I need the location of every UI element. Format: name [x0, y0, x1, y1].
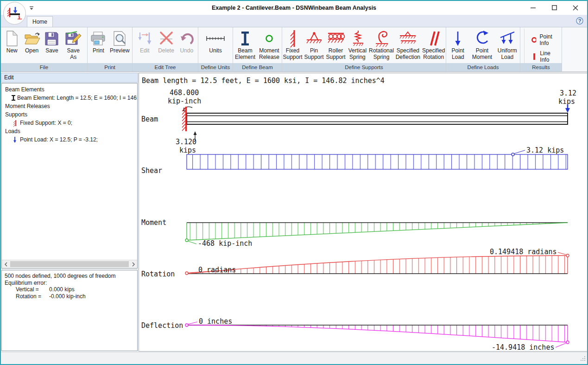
- minimize-button[interactable]: [522, 1, 544, 14]
- uniform-load-button[interactable]: Uniform Load: [495, 29, 519, 61]
- print-preview-icon: [113, 31, 127, 46]
- close-icon: [573, 5, 578, 11]
- pin-support-button[interactable]: Pin Support: [303, 29, 325, 61]
- ribbon: New Open Save Save As File: [1, 27, 587, 72]
- vertical-spring-icon: [350, 30, 364, 47]
- point-moment-button[interactable]: Point Moment: [470, 29, 495, 61]
- deflection-right-callout: -14.9418 inches: [492, 343, 554, 351]
- title-bar: Example 2 - Cantilever.Beam - DSNWinbeam…: [1, 1, 587, 15]
- quick-access-dropdown[interactable]: [29, 5, 34, 10]
- new-document-icon: [5, 30, 19, 47]
- app-logo: [3, 2, 26, 25]
- beam-outline: [187, 113, 568, 124]
- tree-item-fixed-support[interactable]: Fixed Support: X = 0;: [2, 119, 137, 127]
- open-button[interactable]: Open: [23, 29, 41, 55]
- tree-item-point-load[interactable]: Point Load: X = 12.5; P = -3.12;: [2, 135, 137, 144]
- moment-reaction-arrow: [183, 107, 192, 111]
- save-icon: [44, 32, 59, 46]
- ribbon-group-define-supports: Fixed Support Pin Support Roller Support…: [282, 27, 446, 71]
- help-button[interactable]: ?: [576, 17, 583, 26]
- beam-section-label: Beam: [141, 115, 158, 123]
- ruler-icon: [205, 35, 226, 42]
- quick-access-caret-icon: [29, 6, 34, 11]
- resize-grip[interactable]: [580, 355, 586, 363]
- group-label-results: Results: [520, 63, 562, 71]
- fixed-support-button[interactable]: Fixed Support: [282, 29, 303, 61]
- moment-release-button[interactable]: Moment Release: [257, 29, 281, 61]
- delete-button[interactable]: Delete: [157, 29, 176, 55]
- tab-home[interactable]: Home: [27, 16, 53, 27]
- applied-load-unit: kips: [558, 97, 575, 106]
- ribbon-group-define-units: Units Define Units: [198, 27, 233, 71]
- tree-item-beam-elements[interactable]: Beam Elements: [2, 85, 137, 94]
- fixed-support-icon: [288, 29, 297, 48]
- rotation-diagram-fill: [187, 256, 568, 274]
- save-button[interactable]: Save: [44, 29, 59, 55]
- group-label-define-loads: Define Loads: [446, 63, 520, 71]
- undo-arrow-icon: [179, 31, 194, 46]
- print-button[interactable]: Print: [89, 29, 107, 55]
- tree-item-loads[interactable]: Loads: [2, 127, 137, 135]
- reaction-unit: kips: [179, 146, 196, 154]
- maximize-button[interactable]: [544, 1, 565, 14]
- fixed-end-moment-unit: kip-inch: [168, 97, 201, 105]
- svg-text:?: ?: [578, 18, 582, 24]
- roller-support-button[interactable]: Roller Support: [325, 29, 347, 61]
- group-label-define-beam: Define Beam: [233, 63, 282, 71]
- group-label-define-supports: Define Supports: [282, 63, 446, 71]
- rotation-section-label: Rotation: [141, 270, 175, 278]
- tree-item-beam-element[interactable]: Beam Element: Length = 12.5; E = 1600; I…: [2, 94, 137, 102]
- scroll-left-button[interactable]: [2, 260, 10, 268]
- scroll-right-button[interactable]: [129, 260, 137, 268]
- moment-section-label: Moment: [141, 218, 166, 227]
- reaction-arrowhead: [194, 131, 197, 135]
- preview-button[interactable]: Preview: [109, 29, 130, 55]
- reaction-value: 3.120: [176, 138, 196, 146]
- chevron-left-icon: [4, 262, 8, 267]
- edit-button[interactable]: Edit: [136, 29, 153, 55]
- specified-rotation-button[interactable]: Specified Rotation: [421, 29, 446, 61]
- specified-rotation-icon: [427, 30, 440, 47]
- tab-row: Home ?: [1, 15, 587, 27]
- vertical-spring-button[interactable]: Vertical Spring: [347, 29, 368, 61]
- fixed-end-moment-value: 468.000: [170, 89, 199, 97]
- moment-callout-marker: [185, 239, 188, 242]
- deflection-right-marker: [566, 341, 569, 344]
- window-title: Example 2 - Cantilever.Beam - DSNWinbeam…: [1, 1, 587, 15]
- group-label-file: File: [1, 63, 87, 71]
- ribbon-group-edit-tree: Edit Delete Undo Edit Tree: [133, 27, 198, 71]
- rotation-right-marker: [566, 254, 569, 257]
- line-info-icon: [531, 53, 537, 60]
- units-button[interactable]: Units: [205, 29, 226, 55]
- ribbon-group-define-loads: Point Load Point Moment Uniform Load Def…: [446, 27, 520, 71]
- window-controls: [522, 1, 586, 14]
- cantilever-beam-icon: [6, 5, 24, 22]
- release-circle-icon: [265, 34, 274, 43]
- rotation-left-marker: [185, 272, 188, 275]
- point-info-button[interactable]: Point Info: [531, 33, 559, 46]
- rotational-spring-button[interactable]: Rotational Spring: [368, 29, 394, 61]
- beam-element-button[interactable]: Beam Element: [234, 29, 257, 61]
- undo-button[interactable]: Undo: [179, 29, 195, 55]
- analysis-status-panel: 500 nodes defined, 1000 degrees of freed…: [1, 270, 138, 351]
- fixed-support-icon: [11, 120, 19, 127]
- line-info-button[interactable]: Line Info: [531, 50, 559, 63]
- tree-item-supports[interactable]: Supports: [2, 110, 137, 119]
- rotation-left-callout: 0 radians: [198, 266, 236, 274]
- rotation-right-leader: [558, 252, 566, 255]
- scrollbar-thumb[interactable]: [10, 261, 129, 267]
- deflection-section-label: Deflection: [141, 321, 183, 330]
- specified-deflection-button[interactable]: Specified Deflection: [394, 29, 421, 61]
- diagram-canvas[interactable]: Beam length = 12.5 feet, E = 1600 ksi, I…: [139, 73, 588, 352]
- point-load-icon: [453, 30, 463, 47]
- moment-callout-text: -468 kip-inch: [198, 239, 252, 248]
- save-as-button[interactable]: Save As: [63, 29, 83, 61]
- shear-diagram: [187, 154, 568, 169]
- new-button[interactable]: New: [5, 29, 19, 55]
- tree-item-moment-releases[interactable]: Moment Releases: [2, 102, 137, 110]
- deflection-diagram-fill: [187, 325, 568, 342]
- delete-x-icon: [158, 31, 175, 46]
- close-button[interactable]: [565, 1, 586, 14]
- point-load-button[interactable]: Point Load: [447, 29, 469, 61]
- group-label-print: Print: [88, 63, 132, 71]
